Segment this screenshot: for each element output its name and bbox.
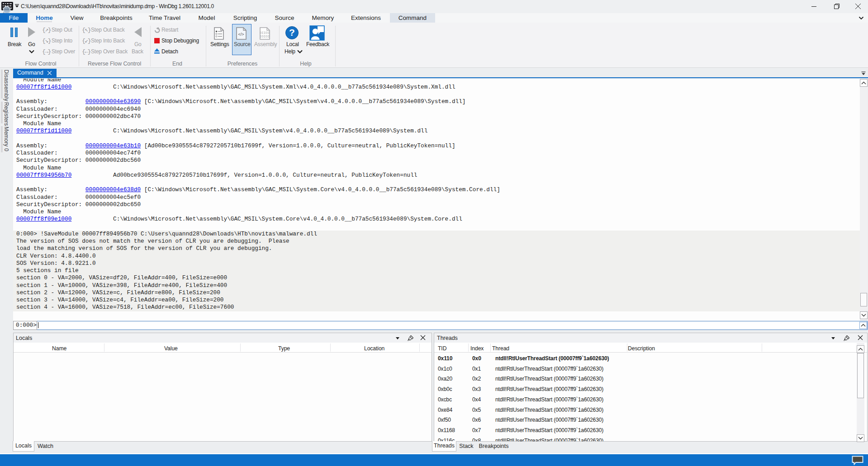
svg-text:</>: </> <box>238 32 244 37</box>
svg-text:IOIOI: IOIOI <box>260 35 270 38</box>
svg-text:OIIOI: OIIOI <box>260 31 270 35</box>
